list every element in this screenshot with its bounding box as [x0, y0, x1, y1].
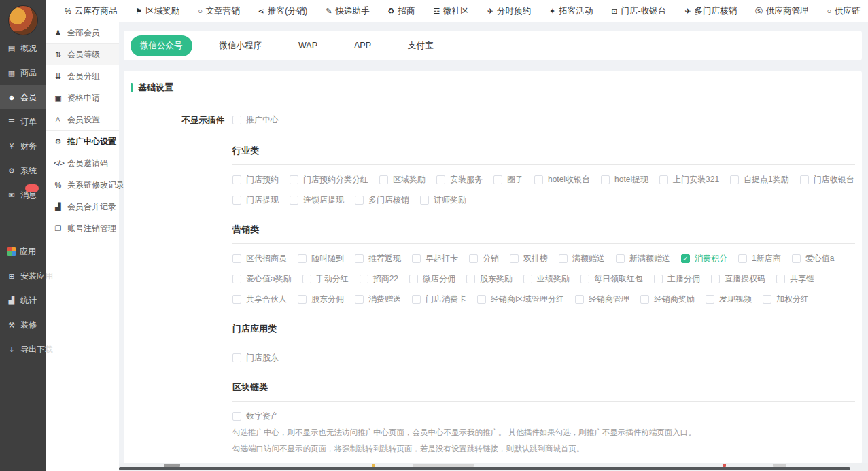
checkbox-item[interactable]: 主播分佣 — [654, 273, 700, 285]
checkbox-item[interactable]: hotel收银台 — [534, 174, 590, 186]
checkbox-item[interactable]: 爱心值a奖励 — [232, 273, 292, 285]
checkbox-item[interactable]: 推荐返现 — [355, 253, 401, 264]
checkbox-item[interactable]: 爱心值a — [792, 253, 835, 264]
sidebar-item[interactable]: ⊞ 安装应用 — [0, 264, 46, 288]
topbar-item[interactable]: ☲ 微社区 — [433, 5, 468, 17]
checkbox-item[interactable]: 1新店商 — [738, 253, 781, 264]
checkbox-item[interactable]: 门店消费卡 — [412, 294, 466, 305]
checkbox-item[interactable]: 讲师奖励 — [420, 194, 466, 206]
sidebar-item[interactable]: ¥ 财务 — [0, 134, 46, 158]
submenu-item[interactable]: ▣ 资格申请 — [46, 87, 119, 109]
checkbox-label: 门店提现 — [246, 194, 279, 206]
topbar-item[interactable]: ✦ 拓客活动 — [549, 5, 593, 17]
sidebar-item[interactable]: ▟ 统计 — [0, 288, 46, 313]
checkbox-item[interactable]: 消费积分 — [681, 253, 727, 264]
checkbox-item[interactable]: 直播授权码 — [711, 273, 765, 285]
submenu-item[interactable]: % 关系链修改记录 — [46, 174, 119, 196]
topbar-item-icon: Ⓢ — [755, 6, 763, 16]
checkbox-item[interactable]: 经销商管理 — [575, 294, 629, 305]
checkbox-item[interactable]: 多门店核销 — [355, 194, 409, 206]
checkbox-item[interactable]: 连锁店提现 — [290, 194, 344, 206]
submenu-item[interactable]: ❐ 账号注销管理 — [46, 217, 119, 239]
topbar-item[interactable]: Ⓢ 供应商管理 — [755, 5, 809, 17]
topbar-item[interactable]: ⋖ 推客(分销) — [258, 5, 308, 17]
sidebar-item[interactable]: ⚙ 系统 — [0, 158, 46, 183]
checkbox-item[interactable]: 经销商奖励 — [640, 294, 695, 305]
checkbox-item[interactable]: 门店收银台 — [800, 174, 854, 186]
platform-tab-label: WAP — [298, 41, 317, 50]
submenu-item[interactable]: ♟ 全部会员 — [46, 22, 119, 43]
checkbox-item[interactable]: 门店股东 — [232, 352, 279, 364]
checkbox-item[interactable]: 加权分红 — [763, 294, 809, 305]
checkbox-label: 每日领取红包 — [594, 273, 643, 285]
platform-tab[interactable]: 微信小程序 — [210, 35, 272, 56]
platform-tab[interactable]: WAP — [289, 36, 327, 55]
checkbox-item[interactable]: 招商22 — [360, 273, 398, 285]
checkbox-item[interactable]: 满额赠送 — [559, 253, 605, 264]
submenu-item[interactable]: ⚙ 推广中心设置 — [46, 130, 119, 152]
checkbox-item[interactable]: 股东分佣 — [298, 294, 344, 305]
checkbox-promotion-center[interactable]: 推广中心 — [232, 114, 279, 126]
sidebar-item[interactable]: ▤ 概况 — [0, 36, 46, 60]
checkbox-item[interactable]: 门店提现 — [232, 194, 279, 206]
checkbox-item[interactable]: 新满额赠送 — [616, 253, 670, 264]
checkbox-item[interactable]: 门店预约分类分红 — [290, 174, 368, 186]
checkbox-item[interactable]: 股东奖励 — [466, 273, 513, 285]
topbar-item[interactable]: ✈ 分时预约 — [487, 5, 531, 17]
checkbox-item[interactable]: 安装服务 — [436, 174, 483, 186]
topbar-item[interactable]: ✎ 快递助手 — [326, 5, 369, 17]
sidebar-item[interactable]: ☰ 订单 — [0, 109, 46, 134]
checkbox-item[interactable]: 数字资产 — [232, 411, 279, 422]
checkbox-item[interactable]: 微店分佣 — [409, 273, 455, 285]
sidebar-item[interactable]: ⚒ 装修 — [0, 313, 46, 337]
checkbox-item[interactable]: 上门安装321 — [659, 174, 719, 186]
submenu-item[interactable]: ⇊ 会员分组 — [46, 65, 119, 87]
checkbox-item[interactable]: 圈子 — [493, 174, 523, 186]
sidebar-item[interactable]: ✉ 消息 … — [0, 183, 46, 207]
checkbox-label: 连锁店提现 — [303, 194, 344, 206]
avatar[interactable] — [8, 5, 38, 35]
checkbox-item[interactable]: 区域奖励 — [379, 174, 426, 186]
checkbox-box — [616, 254, 625, 263]
submenu-item[interactable]: </> 会员邀请码 — [46, 152, 119, 174]
checkbox-item[interactable]: 区代招商员 — [232, 253, 287, 264]
checkbox-item[interactable]: 消费赠送 — [355, 294, 401, 305]
sidebar-item[interactable]: ▦ 商品 — [0, 60, 46, 85]
checkbox-item[interactable]: 门店预约 — [232, 174, 279, 186]
checkbox-item[interactable]: 业绩奖励 — [523, 273, 570, 285]
platform-tab[interactable]: 支付宝 — [398, 35, 443, 56]
checkbox-item[interactable]: 分销 — [469, 253, 499, 264]
topbar-item[interactable]: ⊡ 门店-收银台 — [611, 5, 666, 17]
checkbox-box — [420, 196, 429, 205]
sidebar-item[interactable]: 应用 — [0, 239, 46, 264]
submenu-item[interactable]: ▟ 会员合并记录 — [46, 196, 119, 217]
topbar-item[interactable]: ○ 文章营销 — [198, 5, 240, 17]
platform-tab[interactable]: APP — [345, 36, 381, 55]
checkbox-item[interactable]: 双排榜 — [510, 253, 548, 264]
topbar-item[interactable]: ○ 供应链 — [827, 5, 860, 17]
topbar-item[interactable]: ✈ 多门店核销 — [684, 5, 737, 17]
checkbox-item[interactable]: 手动分红 — [302, 273, 349, 285]
topbar-item[interactable]: % 云库存商品 — [65, 5, 117, 17]
checkbox-item[interactable]: 随叫随到 — [298, 253, 344, 264]
checkbox-item[interactable]: 共享链 — [776, 273, 814, 285]
checkbox-item[interactable]: 发现视频 — [706, 294, 752, 305]
main-sidebar: ▤ 概况 ▦ 商品 ☻ 会员 ☰ 订单 — [0, 0, 46, 471]
topbar-item[interactable]: ⚑ 区域奖励 — [135, 5, 179, 17]
checkbox-item[interactable]: hotel提现 — [601, 174, 648, 186]
horizontal-scrollbar[interactable] — [119, 467, 850, 470]
checkbox-item[interactable]: 经销商区域管理分红 — [477, 294, 564, 305]
sidebar-item-label: 商品 — [20, 67, 37, 79]
checkbox-item[interactable]: 每日领取红包 — [580, 273, 643, 285]
topbar-item[interactable]: ♻ 招商 — [388, 5, 415, 17]
sidebar-item[interactable]: ☻ 会员 — [0, 85, 46, 109]
checkbox-item[interactable]: 早起打卡 — [412, 253, 458, 264]
submenu-item[interactable]: ♙ 会员设置 — [46, 109, 119, 130]
checkbox-item[interactable]: 共享合伙人 — [232, 294, 287, 305]
checkbox-box — [466, 275, 475, 283]
topbar-item-icon: ♻ — [388, 7, 395, 16]
platform-tab[interactable]: 微信公众号 — [131, 35, 192, 56]
checkbox-item[interactable]: 自提点1奖励 — [730, 174, 789, 186]
submenu-item[interactable]: ⇅ 会员等级 — [46, 43, 119, 65]
sidebar-item[interactable]: ↧ 导出下载 — [0, 337, 46, 362]
